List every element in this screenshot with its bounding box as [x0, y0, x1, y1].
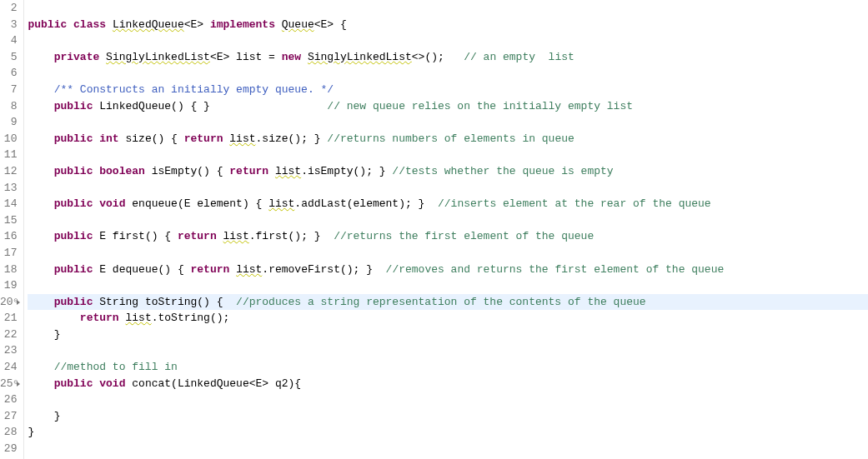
code-token: [28, 296, 53, 308]
code-line[interactable]: [28, 65, 868, 82]
code-line[interactable]: public class LinkedQueue<E> implements Q…: [28, 17, 868, 33]
line-number[interactable]: 7: [0, 82, 17, 98]
code-token: .first(); }: [249, 230, 334, 242]
code-token: <E>: [184, 18, 210, 31]
code-line[interactable]: public void concat(LinkedQueue<E> q2){: [28, 376, 868, 392]
code-line[interactable]: [28, 277, 868, 294]
code-token: [28, 197, 53, 210]
code-token: [217, 230, 223, 242]
code-line[interactable]: /** Constructs an initially empty queue.…: [28, 82, 868, 98]
line-number[interactable]: 8: [0, 98, 17, 115]
code-token: enqueue(E element) {: [125, 197, 268, 210]
code-token: SinglyLinkedList: [308, 51, 412, 63]
line-number[interactable]: 12: [0, 163, 17, 180]
code-line[interactable]: [28, 212, 868, 229]
line-number[interactable]: 10: [0, 131, 17, 147]
code-editor-area[interactable]: public class LinkedQueue<E> implements Q…: [24, 0, 868, 459]
code-token: //tests whether the queue is empty: [392, 165, 613, 177]
line-number[interactable]: 28: [0, 424, 17, 441]
code-token: public: [54, 230, 93, 242]
line-number[interactable]: 16: [0, 228, 17, 245]
code-token: list: [236, 263, 262, 276]
code-token: //method to fill in: [54, 361, 178, 373]
code-line[interactable]: [28, 342, 868, 359]
line-number[interactable]: 11: [0, 147, 17, 163]
code-token: Queue: [282, 18, 314, 31]
code-token: // new queue relies on the initially emp…: [327, 100, 633, 112]
code-token: //returns the first element of the queue: [334, 230, 594, 242]
code-token: .toString();: [152, 312, 230, 324]
code-token: return: [191, 263, 230, 276]
code-token: /** Constructs an initially empty queue.…: [54, 83, 334, 96]
code-line[interactable]: public E dequeue() { return list.removeF…: [28, 262, 868, 278]
line-number[interactable]: 27: [0, 408, 17, 425]
code-token: }: [28, 410, 60, 422]
code-line[interactable]: //method to fill in: [28, 359, 868, 376]
line-number[interactable]: 4: [0, 32, 17, 49]
code-line[interactable]: public E first() { return list.first(); …: [28, 228, 868, 245]
code-token: E first() {: [93, 230, 177, 242]
line-number[interactable]: 5: [0, 49, 17, 66]
line-number[interactable]: 17: [0, 245, 17, 262]
code-token: }: [28, 426, 34, 438]
code-line[interactable]: public boolean isEmpty() { return list.i…: [28, 163, 868, 180]
line-number[interactable]: 23: [0, 342, 17, 359]
line-number[interactable]: 22: [0, 327, 17, 343]
code-line[interactable]: public String toString() { //produces a …: [28, 294, 868, 311]
code-token: public: [54, 296, 93, 308]
line-number[interactable]: 18: [0, 262, 17, 278]
code-token: concat(LinkedQueue<E> q2){: [125, 377, 301, 390]
code-line[interactable]: [28, 392, 868, 408]
line-number[interactable]: 9: [0, 114, 17, 131]
code-line[interactable]: return list.toString();: [28, 310, 868, 327]
line-number[interactable]: 6: [0, 65, 17, 82]
line-number[interactable]: 26: [0, 392, 17, 408]
line-number[interactable]: 20⊝: [0, 294, 17, 311]
line-number[interactable]: 15: [0, 212, 17, 229]
code-token: [28, 51, 53, 63]
line-number[interactable]: 13: [0, 180, 17, 197]
line-number[interactable]: 29: [0, 441, 17, 457]
code-line[interactable]: public LinkedQueue() { } // new queue re…: [28, 98, 868, 115]
code-token: .size(); }: [256, 132, 328, 145]
line-number[interactable]: 19: [0, 277, 17, 294]
code-line[interactable]: [28, 114, 868, 131]
line-number[interactable]: 25⊝: [0, 376, 17, 392]
code-token: [229, 263, 236, 276]
code-token: .removeFirst(); }: [262, 263, 385, 276]
code-token: //returns numbers of elements in queue: [327, 132, 574, 145]
code-token: [28, 230, 53, 242]
code-token: //removes and returns the first element …: [386, 263, 725, 276]
code-token: public void: [54, 377, 126, 390]
code-token: <E> {: [314, 18, 347, 31]
code-token: LinkedQueue: [113, 18, 184, 31]
code-token: [301, 51, 308, 63]
code-line[interactable]: }: [28, 327, 868, 343]
code-token: [268, 165, 275, 177]
code-line[interactable]: [28, 32, 868, 49]
code-token: <>();: [412, 51, 464, 63]
code-line[interactable]: [28, 0, 868, 17]
code-line[interactable]: }: [28, 408, 868, 425]
code-line[interactable]: }: [28, 424, 868, 441]
code-token: size() {: [119, 132, 184, 145]
line-number-gutter: 234567891011121314151617181920⊝212223242…: [0, 0, 24, 459]
line-number[interactable]: 14: [0, 196, 17, 212]
code-line[interactable]: private SinglyLinkedList<E> list = new S…: [28, 49, 868, 66]
code-line[interactable]: public int size() { return list.size(); …: [28, 131, 868, 147]
code-token: implements: [210, 18, 275, 31]
line-number[interactable]: 24: [0, 359, 17, 376]
line-number[interactable]: 3: [0, 17, 17, 33]
code-line[interactable]: public void enqueue(E element) { list.ad…: [28, 196, 868, 212]
line-number[interactable]: 21: [0, 310, 17, 327]
code-token: [28, 132, 53, 145]
line-number[interactable]: 2: [0, 0, 17, 17]
code-token: [28, 377, 53, 390]
code-line[interactable]: [28, 180, 868, 197]
code-line[interactable]: [28, 245, 868, 262]
code-token: public: [54, 100, 93, 112]
code-line[interactable]: [28, 147, 868, 163]
code-line[interactable]: [28, 441, 868, 457]
code-token: list: [229, 132, 255, 145]
code-token: SinglyLinkedList: [106, 51, 210, 63]
